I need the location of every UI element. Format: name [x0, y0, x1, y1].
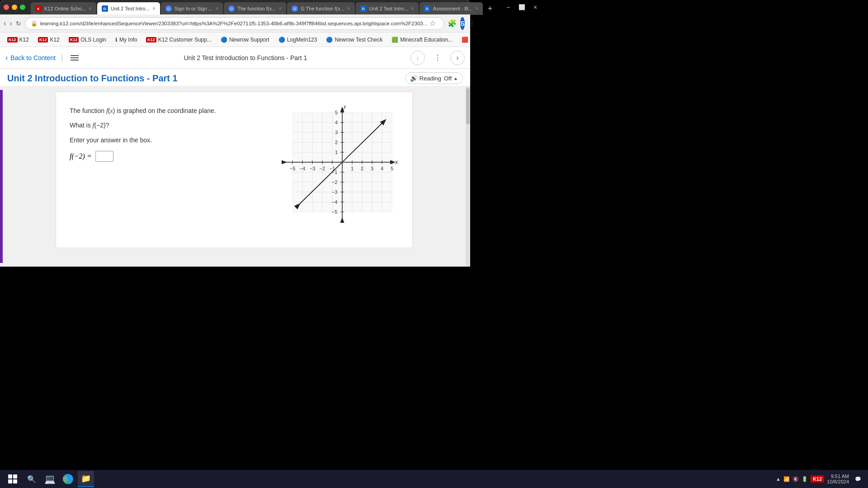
bookmark-logmein[interactable]: 🔵 LogMeIn123 [275, 35, 321, 44]
forward-button[interactable]: › [9, 17, 12, 30]
reading-toggle[interactable]: 🔊 Reading Off ▲ [405, 72, 463, 84]
tab-signin[interactable]: G Sign In or Sign ... × [161, 2, 223, 15]
tab-close-icon[interactable]: × [411, 5, 414, 12]
bookmark-k12-1[interactable]: K12 K12 [4, 35, 33, 44]
taskbar-chrome[interactable]: 🌐 [60, 471, 76, 487]
tab-close-icon[interactable]: × [347, 5, 350, 12]
bookmark-ols-login[interactable]: K12 OLS Login [65, 35, 110, 44]
tab-label: G The function f(x... [301, 6, 344, 11]
bookmark-label: K12 [50, 37, 59, 43]
new-tab-button[interactable]: + [484, 2, 496, 15]
tray-up-icon[interactable]: ▲ [776, 476, 781, 482]
tab-label: Unit 2 Test Intro... [369, 6, 408, 11]
svg-text:−3: −3 [310, 166, 316, 171]
tab-assessment[interactable]: D Assessment - 8l... × [420, 2, 483, 15]
minimize-window-btn[interactable]: − [502, 1, 514, 14]
question-text-area: The function f(x) is graphed on the coor… [70, 106, 268, 234]
bookmark-star-icon[interactable]: ☆ [427, 18, 438, 29]
more-options-button[interactable]: ⋮ [430, 51, 445, 65]
tab-label: Assessment - 8l... [433, 6, 472, 11]
bookmark-office365[interactable]: 🟥 Office 365 [458, 35, 470, 44]
bookmark-k12-2[interactable]: K12 K12 [34, 35, 63, 44]
maximize-button[interactable] [20, 5, 25, 10]
restore-window-btn[interactable]: ⬜ [515, 1, 528, 14]
nav-separator: | [61, 53, 63, 62]
taskbar-notification-button[interactable]: 💬 [852, 473, 864, 485]
back-button[interactable]: ‹ [4, 17, 6, 30]
tab-label: K12 Online Scho... [44, 6, 86, 11]
bookmark-newrow-support[interactable]: 🔵 Newrow Support [217, 35, 273, 44]
question-header: The function f(x) is graphed on the coor… [70, 106, 399, 234]
browser-menu-icon[interactable]: ⋮ [468, 18, 476, 29]
tab-label: Unit 2 Test Intro... [111, 6, 150, 11]
svg-text:1: 1 [335, 150, 338, 155]
k12-tray-badge[interactable]: K12 [811, 475, 824, 483]
bookmark-icon: ℹ [115, 37, 118, 43]
content-scroll[interactable]: The function f(x) is graphed on the coor… [3, 86, 466, 267]
coordinate-graph: −5 −4 −3 −2 [277, 106, 399, 232]
tab-k12-online[interactable]: K K12 Online Scho... × [31, 2, 96, 15]
extensions-icon[interactable]: 🧩 [448, 18, 457, 29]
hamburger-menu-button[interactable] [69, 53, 80, 62]
question-description: The function f(x) is graphed on the coor… [70, 106, 268, 116]
url-bar[interactable]: 🔒 learning.k12.com/d2l/le/enhancedSequen… [25, 17, 444, 30]
tab-close-icon[interactable]: × [475, 5, 478, 12]
bookmark-newrow-test[interactable]: 🔵 Newrow Test Check [322, 35, 386, 44]
bookmark-myinfo[interactable]: ℹ My Info [112, 35, 141, 44]
bookmark-label: OLS Login [80, 37, 106, 43]
close-window-btn[interactable]: × [529, 1, 542, 14]
close-button[interactable] [4, 5, 9, 10]
bookmark-customer-support[interactable]: K12 K12 Customer Supp... [142, 35, 215, 44]
svg-text:5: 5 [335, 110, 338, 115]
tab-function1[interactable]: G The function f(x... × [224, 2, 286, 15]
bookmark-icon: 🔵 [221, 37, 227, 43]
scrollbar-thumb[interactable] [466, 88, 470, 124]
svg-text:2: 2 [361, 166, 363, 171]
taskbar-clock[interactable]: 9:51 AM 10/8/2024 [827, 474, 849, 484]
win-square [13, 479, 17, 483]
bookmark-icon: 🟩 [392, 37, 398, 43]
back-to-content-link[interactable]: ‹ Back to Content [5, 54, 56, 62]
tab-favicon: D [102, 5, 108, 12]
reload-button[interactable]: ↻ [16, 17, 21, 30]
url-text: learning.k12.com/d2l/le/enhancedSequence… [40, 21, 428, 26]
taskbar-app-store[interactable]: 💻 [42, 471, 58, 487]
reading-label: Reading [420, 75, 441, 82]
svg-text:x: x [395, 159, 398, 165]
tray-network-icon[interactable]: 📶 [783, 476, 790, 482]
bookmark-minecraft[interactable]: 🟩 Minecraft Education... [388, 35, 456, 44]
prev-page-button[interactable]: ‹ [410, 51, 425, 65]
tab-close-icon[interactable]: × [152, 5, 156, 12]
unit-title: Unit 2 Introduction to Functions - Part … [7, 73, 178, 84]
taskbar-date-display: 10/8/2024 [827, 479, 849, 484]
next-page-button[interactable]: › [450, 51, 465, 65]
tab-unit2-active[interactable]: D Unit 2 Test Intro... × [97, 2, 160, 15]
bookmark-label: Newrow Support [229, 37, 269, 43]
profile-icon[interactable]: S [460, 17, 464, 30]
reading-state: Off [444, 75, 452, 82]
reading-chevron-icon: ▲ [453, 76, 458, 81]
start-button[interactable] [4, 470, 22, 488]
top-nav: ‹ Back to Content | Unit 2 Test Introduc… [0, 47, 470, 69]
browser-window: K K12 Online Scho... × D Unit 2 Test Int… [0, 0, 470, 267]
answer-input[interactable] [95, 151, 113, 162]
answer-equation-label: f(−2) = [70, 152, 92, 160]
tab-bar: K K12 Online Scho... × D Unit 2 Test Int… [31, 0, 496, 15]
tab-label: The function f(x... [237, 6, 276, 11]
tab-unit2b[interactable]: D Unit 2 Test Intro... × [356, 2, 419, 15]
taskbar-search-button[interactable]: 🔍 [24, 471, 40, 487]
scrollbar-track[interactable] [466, 86, 470, 267]
taskbar-tray: ▲ 📶 🔇 🔋 K12 9:51 AM 10/8/2024 💬 [776, 473, 864, 485]
bookmark-label: My Info [119, 37, 137, 43]
svg-text:−3: −3 [332, 189, 338, 195]
taskbar-file-explorer[interactable]: 📁 [78, 471, 94, 487]
tray-volume-icon[interactable]: 🔇 [793, 476, 799, 482]
tab-close-icon[interactable]: × [215, 5, 218, 12]
main-content: The function f(x) is graphed on the coor… [0, 86, 470, 267]
tab-function2[interactable]: G G The function f(x... × [287, 2, 354, 15]
tab-close-icon[interactable]: × [89, 5, 92, 12]
tab-close-icon[interactable]: × [278, 5, 282, 12]
minimize-button[interactable] [12, 5, 17, 10]
svg-text:−5: −5 [290, 166, 296, 171]
tray-battery-icon[interactable]: 🔋 [802, 476, 808, 482]
